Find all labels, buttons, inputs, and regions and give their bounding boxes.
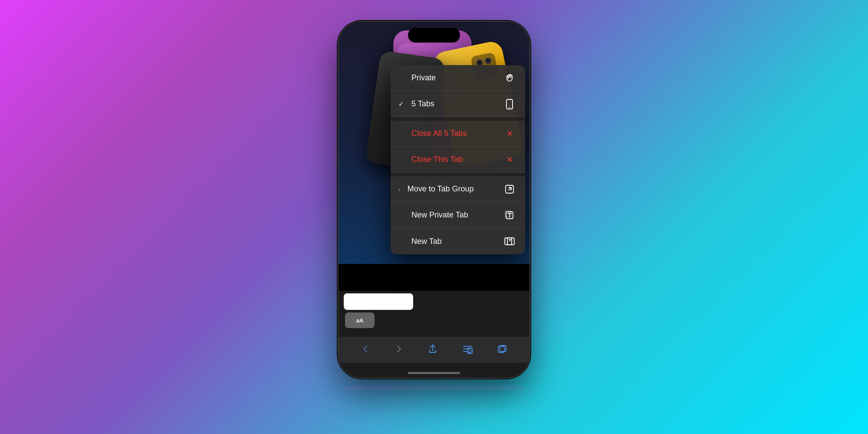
- move-group-icon: [502, 181, 517, 197]
- menu-item-close-all[interactable]: Close All 5 Tabs ✕: [391, 121, 525, 147]
- chevron-icon: ›: [398, 186, 401, 193]
- menu-divider-1: [391, 117, 525, 121]
- menu-item-close-this[interactable]: Close This Tab ✕: [391, 147, 525, 173]
- svg-rect-5: [505, 238, 512, 245]
- phone-shell: Private: [339, 22, 529, 378]
- menu-item-move-group[interactable]: › Move to Tab Group: [391, 176, 525, 202]
- checkmark-5tabs: ✓: [398, 100, 407, 108]
- safari-bottom: aA: [339, 291, 529, 378]
- checkmark-placeholder: [398, 74, 407, 82]
- new-tab-label: New Tab: [411, 237, 442, 246]
- home-indicator: [339, 372, 529, 374]
- five-tabs-label: 5 Tabs: [411, 99, 434, 108]
- dynamic-island: [408, 28, 460, 43]
- active-tab[interactable]: [344, 293, 413, 310]
- phone-icon: [502, 96, 517, 112]
- new-private-tab-icon: [502, 207, 517, 223]
- screen-content: Private: [339, 22, 529, 378]
- forward-button[interactable]: [394, 343, 404, 357]
- bookmarks-button[interactable]: [462, 344, 473, 356]
- close-all-icon: ✕: [502, 126, 517, 141]
- private-label: Private: [411, 73, 436, 82]
- checkmark-placeholder-5: [398, 237, 407, 245]
- phone-reflection: [343, 382, 525, 390]
- new-tab-icon: [502, 233, 517, 249]
- tab-bar-row: [339, 291, 529, 312]
- menu-item-new-private[interactable]: New Private Tab: [391, 202, 525, 228]
- tabs-button[interactable]: [497, 344, 507, 356]
- close-this-icon: ✕: [502, 152, 517, 168]
- checkmark-placeholder-3: [398, 156, 407, 164]
- menu-item-new-tab[interactable]: New Tab: [391, 228, 525, 254]
- aa-button[interactable]: aA: [345, 312, 375, 328]
- close-this-label: Close This Tab: [411, 155, 463, 164]
- menu-item-private[interactable]: Private: [391, 65, 525, 91]
- menu-divider-2: [391, 173, 525, 176]
- checkmark-placeholder-2: [398, 130, 407, 138]
- hand-icon: [502, 70, 517, 86]
- background: Private: [0, 0, 868, 434]
- phone-container: Private: [312, 22, 556, 412]
- svg-rect-6: [507, 238, 514, 245]
- share-button[interactable]: [427, 344, 438, 356]
- new-private-label: New Private Tab: [411, 210, 468, 220]
- checkmark-placeholder-4: [398, 211, 407, 219]
- home-indicator-bar: [408, 372, 460, 374]
- menu-item-5tabs[interactable]: ✓ 5 Tabs: [391, 91, 525, 117]
- back-button[interactable]: [361, 343, 370, 357]
- context-menu: Private: [391, 65, 525, 254]
- close-all-label: Close All 5 Tabs: [411, 129, 467, 138]
- move-group-label: Move to Tab Group: [408, 184, 474, 194]
- safari-toolbar: [339, 337, 529, 363]
